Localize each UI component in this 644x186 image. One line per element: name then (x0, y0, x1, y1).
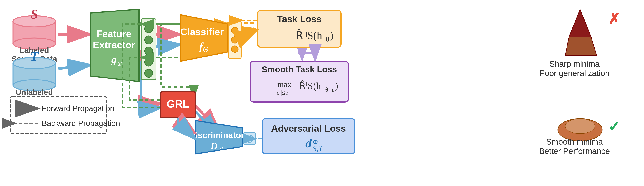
backward-prop-label: Backward Propagation (42, 119, 120, 128)
svg-text:Classifier: Classifier (180, 26, 224, 37)
discriminator-dot (243, 132, 256, 145)
svg-text:Unlabeled: Unlabeled (16, 88, 53, 96)
svg-marker-39 (181, 15, 228, 61)
svg-text:D: D (210, 141, 218, 151)
svg-text:(h: (h (313, 81, 321, 91)
svg-text:GRL: GRL (166, 98, 189, 110)
feature-extractor: Feature Extractor g ψ (91, 9, 139, 82)
svg-text:Better Performance: Better Performance (539, 146, 610, 156)
svg-text:S: S (307, 29, 313, 41)
diagram-container: S Labeled Source Data T Unlabeled Target… (0, 0, 644, 186)
svg-text:✗: ✗ (608, 11, 620, 27)
sharp-minima-section: ✗ Sharp minima Poor generalization (539, 9, 620, 78)
svg-text:): ) (335, 81, 338, 91)
svg-text:S: S (308, 81, 313, 91)
svg-text:Smooth Task Loss: Smooth Task Loss (262, 64, 337, 74)
svg-text:l: l (306, 31, 307, 38)
target-to-fe-arrow (58, 65, 91, 68)
svg-text:d: d (306, 136, 312, 150)
svg-point-34 (144, 25, 153, 33)
svg-point-44 (232, 27, 238, 34)
classifier-dots (228, 21, 241, 58)
svg-text:Φ: Φ (219, 146, 224, 153)
svg-text:Φ: Φ (313, 138, 318, 146)
svg-text:Task Loss: Task Loss (277, 14, 322, 24)
svg-point-46 (232, 46, 238, 52)
svg-text:Extractor: Extractor (93, 40, 135, 50)
svg-text:g: g (111, 54, 117, 66)
task-loss-box: Task Loss R̂ l S (h θ ) (258, 10, 341, 47)
svg-text:✓: ✓ (608, 118, 620, 135)
legend-box: Forward Propagation Backward Propagation (10, 96, 120, 134)
svg-rect-78 (10, 96, 106, 134)
svg-text:(h: (h (313, 29, 322, 41)
svg-rect-71 (243, 132, 256, 145)
svg-point-87 (565, 119, 595, 134)
svg-text:): ) (330, 29, 334, 41)
svg-text:θ: θ (326, 36, 329, 43)
svg-text:l: l (306, 81, 308, 88)
svg-text:R̂: R̂ (296, 29, 303, 41)
svg-text:θ+ε: θ+ε (325, 86, 334, 93)
svg-point-45 (232, 36, 238, 43)
svg-point-36 (144, 47, 153, 55)
classifier: Classifier f Θ (180, 15, 228, 61)
svg-text:Smooth minima: Smooth minima (546, 137, 603, 146)
svg-text:Sharp minima: Sharp minima (549, 59, 600, 68)
svg-text:max: max (278, 80, 292, 89)
discriminator: Discriminator D Φ (190, 120, 244, 154)
svg-point-38 (144, 69, 153, 77)
svg-text:Adversarial Loss: Adversarial Loss (271, 123, 346, 134)
svg-text:Poor generalization: Poor generalization (539, 68, 610, 78)
svg-text:S: S (30, 7, 38, 22)
forward-prop-label: Forward Propagation (42, 104, 114, 113)
svg-text:R̂: R̂ (299, 80, 306, 91)
svg-marker-82 (565, 37, 597, 56)
grl-box: GRL (160, 92, 196, 118)
svg-text:T: T (30, 49, 39, 64)
svg-text:||ε||≤ρ: ||ε||≤ρ (274, 89, 288, 96)
adversarial-loss-box: Adversarial Loss d S,T Φ (262, 119, 355, 154)
smooth-minima-section: ✓ Smooth minima Better Performance (539, 118, 620, 156)
feature-dots (141, 18, 156, 80)
svg-text:Discriminator: Discriminator (190, 130, 244, 140)
svg-marker-81 (569, 9, 591, 37)
svg-text:ψ: ψ (117, 59, 122, 68)
smooth-task-loss-box: Smooth Task Loss max ||ε||≤ρ R̂ l S (h θ… (250, 61, 348, 102)
svg-point-35 (144, 36, 153, 44)
svg-text:Θ: Θ (203, 45, 208, 54)
svg-text:Feature: Feature (96, 28, 132, 39)
svg-point-37 (144, 58, 153, 66)
